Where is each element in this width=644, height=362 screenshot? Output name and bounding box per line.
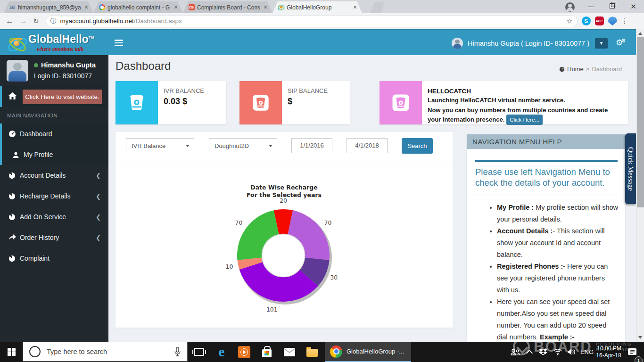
ivr-balance-card: IVR BALANCE 0.03 $ <box>116 81 226 124</box>
sip-balance-card: SIP BALANCE $ <box>239 81 350 124</box>
browser-tab-3[interactable]: CB Complaints Board - Cons ✕ <box>183 1 272 13</box>
browser-tab-4-active[interactable]: GlobalHelloGroup ✕ <box>272 1 362 13</box>
page-info-icon[interactable]: ⓘ <box>50 17 57 25</box>
browser-menu-icon[interactable]: ⋮ <box>621 17 628 25</box>
bookmark-star-icon[interactable]: ☆ <box>566 17 572 25</box>
sidebar: Himanshu Gupta Login ID- 83010077 Click … <box>0 55 108 342</box>
doughnut-label: 70 <box>324 219 331 226</box>
brand-name: GlobalHelloTM <box>28 33 94 46</box>
tab-close-icon[interactable]: ✕ <box>352 4 358 10</box>
home-icon <box>8 92 19 101</box>
chart-subtitle: For the Selected years <box>116 191 453 198</box>
start-button[interactable] <box>0 342 23 362</box>
window-minimize-button[interactable]: — <box>580 0 602 13</box>
doughnut-label: 30 <box>330 274 338 281</box>
header-user-menu[interactable]: Himanshu Gupta ( Login ID- 83010077 ) ▾ <box>452 30 608 56</box>
forward-icon[interactable]: → <box>19 16 27 26</box>
chrome-taskbar-button[interactable]: GlobalHelloGroup -... <box>325 342 411 362</box>
tab-close-icon[interactable]: ✕ <box>83 4 90 10</box>
clock-tray[interactable]: 10:00 PM16-Apr-18 <box>595 342 622 362</box>
hellocatch-line2: Now you can buy numbers from multiple co… <box>428 106 622 125</box>
tab-close-icon[interactable]: ✕ <box>173 4 179 10</box>
balance-type-select[interactable]: IVR Balance <box>126 138 194 153</box>
browser-tab-2[interactable]: globalhello complaint - G ✕ <box>93 1 183 13</box>
scrollbar-thumb[interactable] <box>637 37 644 207</box>
page-scrollbar[interactable] <box>636 29 644 342</box>
app-header: GlobalHelloTM where emotions talk Himans… <box>0 29 636 55</box>
url-field[interactable]: ⓘ myaccount.globalhello.net /Dashboard.a… <box>46 15 578 27</box>
sidebar-item-my-profile[interactable]: My Profile <box>0 144 108 165</box>
filter-row: IVR Balance Doughnut2D 1/1/2016 4/1/2018… <box>116 132 453 162</box>
dropbox-tray-icon[interactable] <box>537 342 549 362</box>
visit-website-button[interactable]: Click Here to visit website. <box>23 90 102 104</box>
help-list-item: Registered Phones :- Here you can see yo… <box>497 261 619 296</box>
date-to-input[interactable]: 4/1/2018 <box>347 138 388 153</box>
click-here-button[interactable]: Click Here... <box>506 115 543 125</box>
action-center-icon[interactable]: 1 <box>625 342 639 362</box>
pie-chart-icon <box>8 172 20 179</box>
user-dropdown-chevron-icon[interactable]: ▾ <box>595 38 608 49</box>
user-icon <box>12 151 24 158</box>
microphone-icon[interactable] <box>174 347 181 356</box>
settings-gears-icon[interactable]: ⚙⚙ <box>616 38 626 48</box>
window-close-button[interactable]: ✕ <box>623 0 644 13</box>
breadcrumb-home-link[interactable]: Home <box>559 66 584 73</box>
taskbar-search-input[interactable]: Type here to search <box>23 342 188 362</box>
new-tab-button[interactable] <box>371 2 385 13</box>
windows-logo-icon <box>8 348 16 356</box>
shield-extension-icon[interactable] <box>608 16 617 25</box>
ivr-balance-value: 0.03 $ <box>164 97 204 107</box>
logo-swirl-icon <box>7 33 26 52</box>
sidebar-item-recharge-details[interactable]: Recharge Details ❮ <box>0 186 108 206</box>
select-arrow-icon <box>269 145 272 147</box>
tab-close-icon[interactable]: ✕ <box>262 4 269 10</box>
dashboard-mini-icon <box>559 66 565 72</box>
sidebar-item-complaint[interactable]: Complaint <box>0 248 108 269</box>
chevron-left-icon: ❮ <box>96 172 101 179</box>
url-path: /Dashboard.aspx <box>134 17 182 25</box>
doughnut-label: 10 <box>225 263 233 270</box>
adblock-extension-icon[interactable]: ABP <box>595 16 604 25</box>
tab-title: GlobalHelloGroup <box>287 4 350 11</box>
task-view-button[interactable] <box>188 342 210 362</box>
sidebar-item-dashboard[interactable]: Dashboard <box>0 123 108 144</box>
search-button[interactable]: Search <box>402 138 433 154</box>
browser-profile-icon[interactable] <box>559 0 580 13</box>
edge-browser-icon[interactable]: e <box>210 342 233 362</box>
sidebar-item-account-details[interactable]: Account Details ❮ <box>0 165 108 186</box>
sidebar-item-order-history[interactable]: Order History ❮ <box>0 227 108 248</box>
sidebar-user-name: Himanshu Gupta <box>34 61 96 69</box>
microsoft-store-icon[interactable] <box>256 342 278 362</box>
scroll-up-arrow-icon[interactable] <box>638 32 642 35</box>
bucket-icon <box>391 93 411 113</box>
quick-message-tab[interactable]: Quick Message <box>625 133 636 204</box>
volume-tray-icon[interactable] <box>566 342 578 362</box>
mail-app-icon[interactable] <box>278 342 301 362</box>
window-restore-button[interactable] <box>602 0 623 13</box>
refresh-icon[interactable]: ↻ <box>33 17 39 25</box>
sidebar-toggle-hamburger-icon[interactable] <box>115 40 123 46</box>
brand-tagline: where emotions talk <box>37 46 83 53</box>
hellocatch-card: HELLOCATCH Launching HelloCATCH virtual … <box>380 81 628 124</box>
help-panel-header: NAVIGATION MENU HELP <box>467 134 625 149</box>
sidebar-item-add-on-service[interactable]: Add On Service ❮ <box>0 206 108 227</box>
navigation-help-panel: NAVIGATION MENU HELP Please use left Nav… <box>467 134 625 342</box>
dashboard-gauge-icon <box>8 130 20 138</box>
globalhello-logo[interactable]: GlobalHelloTM where emotions talk <box>0 30 108 55</box>
chart-type-select[interactable]: Doughnut2D <box>209 138 277 153</box>
scroll-down-arrow-icon[interactable] <box>638 336 642 339</box>
tray-expand-caret-icon[interactable] <box>524 342 535 362</box>
hellocatch-line1: Launching HelloCATCH virtual number serv… <box>428 96 622 105</box>
help-list-item: Account Details :- This section will sho… <box>497 225 619 261</box>
language-indicator[interactable]: ENG <box>579 342 595 362</box>
media-player-icon[interactable] <box>233 342 256 362</box>
sidebar-user-panel: Himanshu Gupta Login ID- 83010077 <box>0 55 108 86</box>
skype-extension-icon[interactable]: S <box>582 16 591 25</box>
browser-tab-1[interactable]: ✉ himanshugupta_859@ya ✕ <box>4 1 93 13</box>
back-icon[interactable]: ← <box>6 16 14 26</box>
wifi-tray-icon[interactable] <box>552 342 564 362</box>
date-from-input[interactable]: 1/1/2016 <box>291 138 332 153</box>
file-explorer-icon[interactable] <box>301 342 323 362</box>
people-tray-icon[interactable] <box>509 342 521 362</box>
sidebar-login-id: Login ID- 83010077 <box>34 72 92 80</box>
